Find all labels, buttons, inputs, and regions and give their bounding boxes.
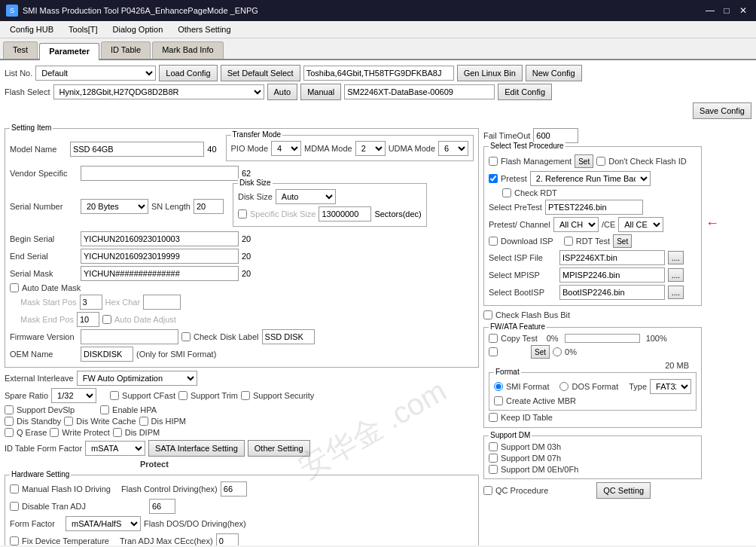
dos-format-radio[interactable] xyxy=(559,382,569,391)
menu-dialog-option[interactable]: Dialog Option xyxy=(106,23,170,36)
sn-length-input[interactable] xyxy=(194,199,224,214)
tab-parameter[interactable]: Parameter xyxy=(39,43,99,60)
disable-tran-adj-check[interactable] xyxy=(10,502,19,511)
support-trim-check[interactable] xyxy=(178,391,187,400)
list-no-select[interactable]: Default xyxy=(35,66,156,81)
copy-test-check[interactable] xyxy=(489,334,498,343)
hex-char-input[interactable] xyxy=(143,295,181,310)
enable-hpa-check[interactable] xyxy=(100,405,109,414)
tab-mark-bad-info[interactable]: Mark Bad Info xyxy=(152,41,223,59)
model-name-input[interactable] xyxy=(70,142,204,157)
dm-0eh-check[interactable] xyxy=(489,465,498,474)
disk-label-input[interactable] xyxy=(262,329,315,344)
all-ch-select[interactable]: All CH xyxy=(553,217,599,232)
pretest-select[interactable]: 2. Reference Run Time Bad xyxy=(530,171,651,186)
disk-size-select[interactable]: Auto xyxy=(276,189,336,204)
auto-button[interactable]: Auto xyxy=(267,84,298,100)
select-bootisp-input[interactable] xyxy=(559,285,665,300)
check-flash-bus-bit-check[interactable] xyxy=(483,310,492,319)
id-table-form-factor-select[interactable]: mSATA xyxy=(85,441,145,456)
new-config-button[interactable]: New Config xyxy=(526,65,582,81)
browse-isp-button[interactable]: .... xyxy=(668,251,684,264)
select-mpisp-input[interactable] xyxy=(559,267,665,283)
tab-id-table[interactable]: ID Table xyxy=(101,41,151,59)
tab-test[interactable]: Test xyxy=(3,41,38,59)
menu-others-setting[interactable]: Others Setting xyxy=(171,23,237,36)
specific-disk-size-input[interactable] xyxy=(319,206,371,222)
copy-test-radio[interactable] xyxy=(553,347,562,356)
dis-write-cache-check[interactable] xyxy=(64,417,73,426)
mask-end-pos-input[interactable] xyxy=(77,312,99,327)
set-default-select-button[interactable]: Set Default Select xyxy=(221,65,300,81)
specific-disk-size-check[interactable] xyxy=(238,209,247,218)
manual-flash-io-check[interactable] xyxy=(10,484,19,494)
udma-mode-select[interactable]: 6 xyxy=(438,141,468,156)
edit-config-button[interactable]: Edit Config xyxy=(498,84,552,100)
flash-management-check[interactable] xyxy=(489,157,498,166)
dont-check-flash-id-check[interactable] xyxy=(596,157,605,166)
browse-bootisp-button[interactable]: .... xyxy=(668,286,684,299)
minimize-button[interactable]: — xyxy=(703,4,717,17)
support-security-check[interactable] xyxy=(241,391,250,400)
qc-setting-button[interactable]: QC Setting xyxy=(596,482,651,499)
load-config-button[interactable]: Load Config xyxy=(159,65,217,81)
flash-management-set-button[interactable]: Set xyxy=(575,154,593,168)
save-config-button[interactable]: Save Config xyxy=(693,102,751,119)
support-devslp-check[interactable] xyxy=(5,405,14,414)
close-button[interactable]: ✕ xyxy=(736,4,750,17)
flash-select-dropdown[interactable]: Hynix,128Gbit,H27QDG8D2B8R xyxy=(53,84,264,99)
fix-device-temp-check[interactable] xyxy=(10,536,19,545)
serial-number-select[interactable]: 20 Bytes xyxy=(81,199,148,214)
end-serial-input[interactable] xyxy=(81,249,239,264)
maximize-button[interactable]: □ xyxy=(720,4,733,17)
dis-dipm-check[interactable] xyxy=(113,428,122,437)
dm-07h-check[interactable] xyxy=(489,454,498,463)
flash-control-driving-input[interactable] xyxy=(221,481,247,497)
serial-mask-input[interactable] xyxy=(81,266,239,281)
select-isp-file-input[interactable] xyxy=(559,250,665,265)
other-setting-button[interactable]: Other Setting xyxy=(248,440,310,457)
qc-procedure-check[interactable] xyxy=(483,486,492,495)
gen-linux-bin-button[interactable]: Gen Linux Bin xyxy=(457,65,523,81)
create-active-mbr-check[interactable] xyxy=(494,396,503,405)
select-pretest-input[interactable] xyxy=(545,200,643,215)
firmware-version-input[interactable] xyxy=(81,329,178,344)
rdt-set-button[interactable]: Set xyxy=(613,234,632,248)
copy-test-set-button[interactable]: Set xyxy=(531,345,550,359)
rdt-test-check[interactable] xyxy=(564,237,573,246)
menu-tools[interactable]: Tools[T] xyxy=(62,23,105,36)
external-interleave-select[interactable]: FW Auto Optimization xyxy=(77,371,197,386)
mask-start-pos-input[interactable] xyxy=(80,295,102,310)
pretest-check[interactable] xyxy=(489,174,498,183)
begin-serial-input[interactable] xyxy=(81,231,239,246)
type-select[interactable]: FAT32 xyxy=(650,379,691,394)
pio-mode-select[interactable]: 4 xyxy=(271,141,301,156)
download-isp-check[interactable] xyxy=(489,237,498,246)
spare-ratio-select[interactable]: 1/32 xyxy=(51,388,96,403)
vendor-specific-input[interactable] xyxy=(81,166,239,181)
dis-standby-check[interactable] xyxy=(5,417,14,426)
val2-input[interactable] xyxy=(149,499,175,514)
all-ce-select[interactable]: All CE xyxy=(618,217,663,232)
dm-03h-check[interactable] xyxy=(489,442,498,451)
form-factor-select[interactable]: mSATA/HalfS xyxy=(66,516,141,531)
auto-date-mask-check[interactable] xyxy=(10,283,19,292)
menu-config-hub[interactable]: Config HUB xyxy=(3,23,60,36)
dis-hipm-check[interactable] xyxy=(139,417,148,426)
fail-timeout-input[interactable] xyxy=(533,128,578,143)
sata-interface-setting-button[interactable]: SATA Interface Setting xyxy=(148,440,245,457)
check-rdt-check[interactable] xyxy=(502,188,511,197)
manual-button[interactable]: Manual xyxy=(300,84,341,100)
oem-name-input[interactable] xyxy=(81,347,133,362)
mdma-mode-select[interactable]: 2 xyxy=(355,141,386,156)
tran-adj-input[interactable] xyxy=(216,533,239,545)
fw-check-check[interactable] xyxy=(181,332,191,341)
write-protect-check[interactable] xyxy=(50,428,59,437)
auto-date-adj-check[interactable] xyxy=(102,315,111,324)
smi-format-radio[interactable] xyxy=(494,382,503,391)
copy-test-set-check[interactable] xyxy=(489,347,498,356)
browse-mpisp-button[interactable]: .... xyxy=(668,268,684,282)
keep-id-table-check[interactable] xyxy=(489,413,498,422)
support-cfast-check[interactable] xyxy=(110,391,119,400)
q-erase-check[interactable] xyxy=(5,428,14,437)
